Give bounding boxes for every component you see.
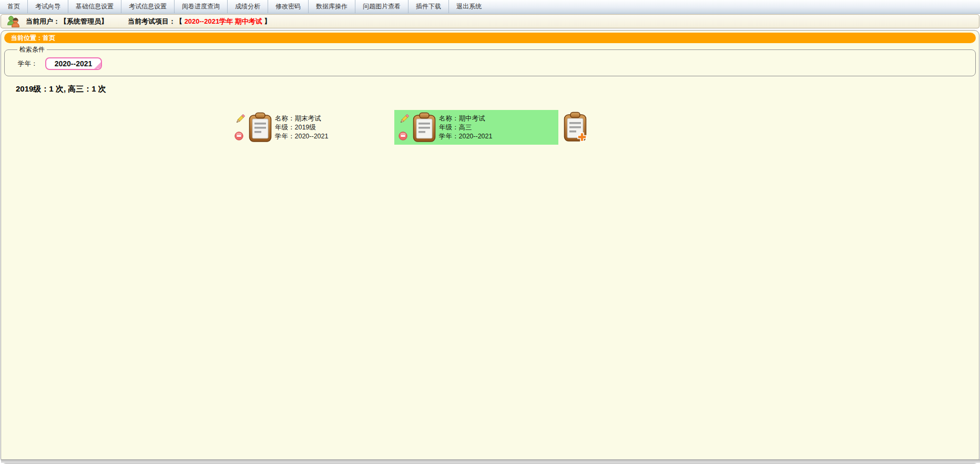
exam-card-final[interactable]: 名称：期末考试 年级：2019级 学年：2020--2021 bbox=[230, 110, 394, 145]
field-value-grade: 高三 bbox=[459, 124, 472, 131]
menu-item-home[interactable]: 首页 bbox=[0, 0, 27, 13]
exam-card-details: 名称：期中考试 年级：高三 学年：2020--2021 bbox=[439, 110, 492, 145]
field-label-name: 名称： bbox=[439, 115, 459, 122]
horizontal-scrollbar[interactable] bbox=[1, 459, 980, 463]
field-label-grade: 年级： bbox=[439, 124, 459, 131]
field-label-name: 名称： bbox=[275, 115, 295, 122]
add-exam-clipboard-plus-icon[interactable] bbox=[564, 110, 588, 143]
menu-item-basic-info-settings[interactable]: 基础信息设置 bbox=[68, 0, 121, 13]
menu-item-plugin-download[interactable]: 插件下载 bbox=[408, 0, 448, 13]
current-user-text: 当前用户：【系统管理员】 bbox=[26, 17, 108, 26]
top-menu-bar: 首页 考试向导 基础信息设置 考试信息设置 阅卷进度查询 成绩分析 修改密码 数… bbox=[0, 0, 980, 14]
main-content-panel: 当前位置：首页 检索条件 学年： 2020--2021 ⌄ 2019级：1 次,… bbox=[1, 30, 979, 464]
breadcrumb: 当前位置：首页 bbox=[4, 33, 976, 43]
current-project-prefix: 当前考试项目：【 bbox=[128, 17, 185, 26]
menu-item-exam-wizard[interactable]: 考试向导 bbox=[27, 0, 68, 13]
school-year-label: 学年： bbox=[18, 59, 38, 68]
clipboard-icon[interactable] bbox=[411, 110, 439, 145]
exam-card-details: 名称：期末考试 年级：2019级 学年：2020--2021 bbox=[275, 110, 328, 145]
current-project-name: 2020--2021学年 期中考试 bbox=[185, 17, 262, 26]
user-status-bar: 当前用户：【系统管理员】 当前考试项目：【 2020--2021学年 期中考试 … bbox=[1, 14, 979, 28]
exam-card-midterm[interactable]: 名称：期中考试 年级：高三 学年：2020--2021 bbox=[394, 110, 558, 145]
field-value-year: 2020--2021 bbox=[459, 133, 493, 140]
field-label-year: 学年： bbox=[439, 133, 459, 140]
delete-minus-icon[interactable] bbox=[399, 132, 410, 140]
current-project-suffix: 】 bbox=[262, 17, 271, 26]
menu-item-problem-images[interactable]: 问题图片查看 bbox=[355, 0, 408, 13]
exam-card-row: 名称：期末考试 年级：2019级 学年：2020--2021 bbox=[230, 110, 976, 145]
menu-item-exam-info-settings[interactable]: 考试信息设置 bbox=[121, 0, 174, 13]
field-label-grade: 年级： bbox=[275, 124, 295, 131]
search-criteria-legend: 检索条件 bbox=[17, 45, 47, 54]
exam-count-summary: 2019级：1 次, 高三：1 次 bbox=[16, 84, 976, 94]
field-value-year: 2020--2021 bbox=[295, 133, 329, 140]
chevron-down-glyph: ⌄ bbox=[96, 66, 100, 70]
user-group-icon bbox=[6, 15, 21, 28]
menu-item-marking-progress[interactable]: 阅卷进度查询 bbox=[174, 0, 227, 13]
menu-item-logout[interactable]: 退出系统 bbox=[448, 0, 489, 13]
field-label-year: 学年： bbox=[275, 133, 295, 140]
clipboard-icon[interactable] bbox=[247, 110, 275, 145]
edit-pencil-icon[interactable] bbox=[234, 113, 246, 125]
field-value-name: 期末考试 bbox=[295, 115, 321, 122]
school-year-select[interactable]: 2020--2021 ⌄ bbox=[45, 57, 102, 70]
edit-pencil-icon[interactable] bbox=[399, 113, 410, 125]
field-value-grade: 2019级 bbox=[295, 124, 316, 131]
school-year-value: 2020--2021 bbox=[55, 59, 93, 68]
menu-item-score-analysis[interactable]: 成绩分析 bbox=[227, 0, 268, 13]
menu-item-database-ops[interactable]: 数据库操作 bbox=[308, 0, 355, 13]
menu-item-change-password[interactable]: 修改密码 bbox=[268, 0, 308, 13]
delete-minus-icon[interactable] bbox=[234, 132, 246, 140]
search-criteria-panel: 检索条件 学年： 2020--2021 ⌄ bbox=[4, 45, 976, 76]
field-value-name: 期中考试 bbox=[459, 115, 485, 122]
